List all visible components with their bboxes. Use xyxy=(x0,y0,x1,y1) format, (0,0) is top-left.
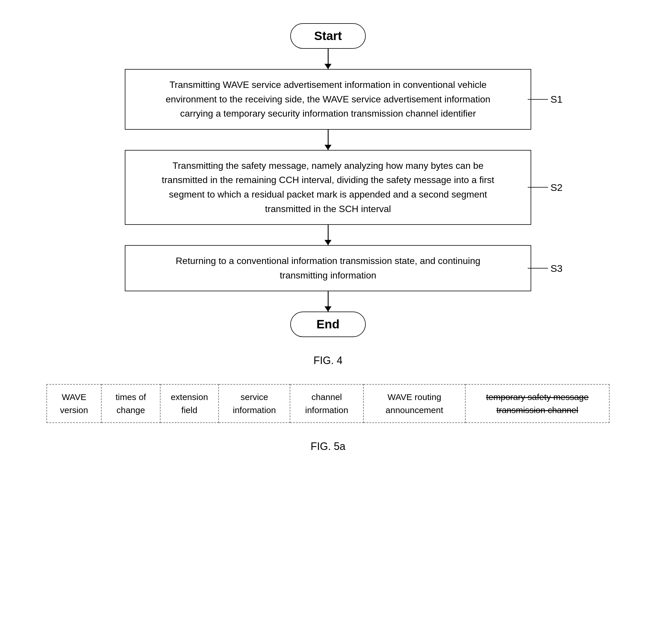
arrow-3 xyxy=(328,225,329,245)
step-s3-text: Returning to a conventional information … xyxy=(176,256,480,280)
arrow-2 xyxy=(328,130,329,150)
col-temp-channel: temporary safety message transmission ch… xyxy=(465,384,609,423)
step-s2-box: Transmitting the safety message, namely … xyxy=(125,150,531,225)
start-shape: Start xyxy=(290,23,366,49)
arrow-1 xyxy=(328,49,329,69)
diagram-container: Start Transmitting WAVE service advertis… xyxy=(0,12,656,453)
col-extension-field: extension field xyxy=(160,384,219,423)
wsm-table: WAVE version times of change extension f… xyxy=(46,384,610,423)
col-times-of-change: times of change xyxy=(101,384,160,423)
s3-bracket: S3 xyxy=(528,260,563,276)
end-label: End xyxy=(316,317,339,331)
end-shape: End xyxy=(290,312,366,337)
s2-label: S2 xyxy=(550,180,563,195)
table-section: WAVE version times of change extension f… xyxy=(23,384,633,453)
flowchart: Start Transmitting WAVE service advertis… xyxy=(0,12,656,384)
step-s3-container: Returning to a conventional information … xyxy=(125,245,531,291)
s1-label: S1 xyxy=(550,92,563,107)
table-row: WAVE version times of change extension f… xyxy=(47,384,609,423)
step-s1-text: Transmitting WAVE service advertisement … xyxy=(166,79,490,119)
step-s2-text: Transmitting the safety message, namely … xyxy=(162,160,494,214)
s3-label: S3 xyxy=(550,260,563,276)
step-s1-box: Transmitting WAVE service advertisement … xyxy=(125,69,531,130)
col-wave-version: WAVE version xyxy=(47,384,101,423)
s2-bracket: S2 xyxy=(528,180,563,195)
s1-bracket: S1 xyxy=(528,92,563,107)
arrow-4 xyxy=(328,291,329,312)
step-s3-box: Returning to a conventional information … xyxy=(125,245,531,291)
step-s2-container: Transmitting the safety message, namely … xyxy=(125,150,531,225)
fig4-label: FIG. 4 xyxy=(313,354,343,367)
col-service-info: service information xyxy=(219,384,290,423)
col-wave-routing: WAVE routing announcement xyxy=(364,384,465,423)
s3-line xyxy=(528,268,548,269)
fig5a-label: FIG. 5a xyxy=(46,440,610,453)
step-s1-container: Transmitting WAVE service advertisement … xyxy=(125,69,531,130)
s2-line xyxy=(528,187,548,188)
s1-line xyxy=(528,99,548,99)
col-temp-channel-text: temporary safety message transmission ch… xyxy=(486,392,588,415)
start-label: Start xyxy=(314,29,342,43)
col-channel-info: channel information xyxy=(290,384,363,423)
